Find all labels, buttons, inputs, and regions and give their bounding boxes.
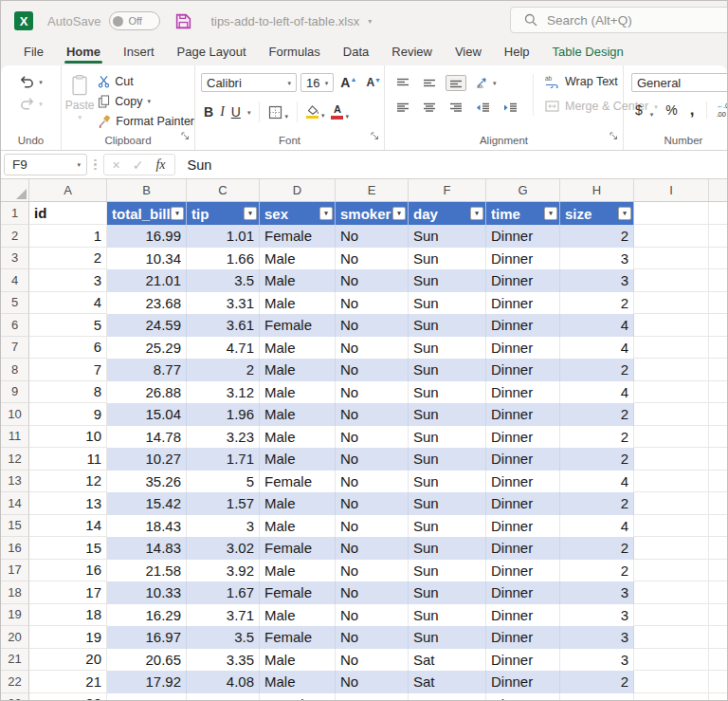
column-header-G[interactable]: G	[486, 179, 560, 201]
cell-E20[interactable]: No	[336, 626, 409, 649]
cell-B21[interactable]: 20.65	[107, 649, 187, 672]
cancel-entry-icon[interactable]: ×	[113, 158, 120, 172]
row-filler-22[interactable]	[709, 671, 727, 693]
cell-C5[interactable]: 3.31	[187, 292, 260, 315]
cell-E9[interactable]: No	[336, 381, 409, 404]
search-box[interactable]: Search (Alt+Q)	[510, 7, 728, 33]
cell-C16[interactable]: 3.02	[187, 537, 260, 560]
cell-I4[interactable]	[634, 269, 709, 292]
cell-B15[interactable]: 18.43	[107, 515, 187, 538]
middle-align-button[interactable]	[419, 75, 440, 91]
cell-G9[interactable]: Dinner	[486, 381, 560, 404]
cell-G19[interactable]: Dinner	[486, 604, 560, 627]
cell-H18[interactable]: 3	[560, 581, 634, 604]
cell-E12[interactable]: No	[336, 448, 409, 470]
cell-E6[interactable]: No	[336, 314, 409, 337]
cell-D2[interactable]: Female	[260, 225, 336, 248]
cell-H20[interactable]: 3	[560, 626, 634, 649]
tab-home[interactable]: Home	[55, 41, 112, 65]
decrease-font-size-button[interactable]: A▼	[363, 76, 384, 89]
cell-F5[interactable]: Sun	[409, 292, 486, 315]
cell-H13[interactable]: 4	[560, 470, 634, 493]
column-header-A[interactable]: A	[29, 179, 107, 201]
cell-A12[interactable]: 11	[29, 448, 107, 470]
cell-F11[interactable]: Sun	[409, 426, 486, 449]
tab-insert[interactable]: Insert	[112, 41, 166, 65]
cell-D3[interactable]: Male	[260, 248, 336, 270]
cell-E17[interactable]: No	[336, 560, 409, 582]
cell-D20[interactable]: Female	[260, 626, 336, 649]
filter-button-size[interactable]: ▾	[618, 207, 631, 220]
cell-F12[interactable]: Sun	[409, 448, 486, 470]
currency-format-button[interactable]: $ ▾	[635, 102, 653, 118]
cell-H10[interactable]: 2	[560, 403, 634, 426]
cell-I10[interactable]	[634, 403, 709, 426]
cell-H17[interactable]: 2	[560, 560, 634, 582]
cell-A18[interactable]: 17	[29, 581, 107, 604]
row-header-17[interactable]: 17	[1, 560, 29, 582]
cell-I7[interactable]	[634, 337, 709, 360]
cell-A17[interactable]: 16	[29, 560, 107, 582]
bottom-align-button[interactable]	[446, 75, 466, 91]
row-filler-19[interactable]	[709, 604, 727, 627]
cell-D13[interactable]: Female	[260, 470, 336, 493]
row-filler-1[interactable]	[709, 202, 727, 225]
cell-B19[interactable]: 16.29	[107, 604, 187, 627]
row-filler-18[interactable]	[709, 581, 727, 604]
cell-F20[interactable]: Sun	[409, 626, 486, 649]
row-header-21[interactable]: 21	[1, 649, 29, 672]
cell-B5[interactable]: 23.68	[107, 292, 187, 315]
column-header-E[interactable]: E	[336, 179, 409, 201]
cell-I12[interactable]	[634, 448, 709, 470]
cell-H23[interactable]: 2	[560, 693, 634, 701]
cell-B17[interactable]: 21.58	[107, 560, 187, 582]
cell-B10[interactable]: 15.04	[107, 403, 187, 426]
table-header-smoker[interactable]: smoker▾	[336, 202, 409, 225]
row-filler-17[interactable]	[709, 560, 727, 582]
cell-H9[interactable]: 4	[560, 381, 634, 404]
cell-B13[interactable]: 35.26	[107, 470, 187, 493]
cell-A20[interactable]: 19	[29, 626, 107, 649]
cell-G3[interactable]: Dinner	[486, 248, 560, 270]
column-header-D[interactable]: D	[260, 179, 336, 201]
tab-data[interactable]: Data	[332, 41, 380, 65]
alignment-dialog-launcher[interactable]	[610, 127, 618, 144]
cell-A22[interactable]: 21	[29, 671, 107, 693]
row-header-7[interactable]: 7	[1, 337, 29, 360]
cell-H7[interactable]: 4	[560, 337, 634, 360]
align-center-button[interactable]	[419, 100, 440, 116]
tab-review[interactable]: Review	[380, 41, 444, 65]
cell-D5[interactable]: Male	[260, 292, 336, 315]
tab-formulas[interactable]: Formulas	[258, 41, 332, 65]
decrease-indent-button[interactable]	[472, 100, 494, 116]
cut-button[interactable]: Cut	[98, 73, 194, 89]
cell-E8[interactable]: No	[336, 359, 409, 381]
table-header-time[interactable]: time▾	[486, 202, 560, 225]
cell-I16[interactable]	[634, 537, 709, 560]
cell-D21[interactable]: Male	[260, 649, 336, 672]
increase-indent-button[interactable]	[500, 100, 521, 116]
cell-E15[interactable]: No	[336, 515, 409, 538]
cell-C11[interactable]: 3.23	[187, 426, 260, 449]
row-filler-12[interactable]	[709, 448, 727, 470]
cell-I17[interactable]	[634, 560, 709, 582]
cell-E22[interactable]: No	[336, 671, 409, 693]
cell-G5[interactable]: Dinner	[486, 292, 560, 315]
table-header-total_bill[interactable]: total_bill▾	[107, 202, 187, 225]
underline-button[interactable]: U	[231, 104, 241, 120]
cell-E4[interactable]: No	[336, 269, 409, 292]
cell-I15[interactable]	[634, 515, 709, 538]
cell-H15[interactable]: 4	[560, 515, 634, 538]
cell-F13[interactable]: Sun	[409, 470, 486, 493]
cell-C8[interactable]: 2	[187, 359, 260, 381]
cell-A14[interactable]: 13	[29, 492, 107, 515]
cell-I9[interactable]	[634, 381, 709, 404]
increase-font-size-button[interactable]: A▲	[337, 75, 359, 90]
cell-B4[interactable]: 21.01	[107, 269, 187, 292]
cell-H21[interactable]: 3	[560, 649, 634, 672]
cell-G16[interactable]: Dinner	[486, 537, 560, 560]
table-header-sex[interactable]: sex▾	[260, 202, 336, 225]
cell-D11[interactable]: Male	[260, 426, 336, 449]
row-header-22[interactable]: 22	[1, 671, 29, 693]
cell-A3[interactable]: 2	[29, 248, 107, 270]
